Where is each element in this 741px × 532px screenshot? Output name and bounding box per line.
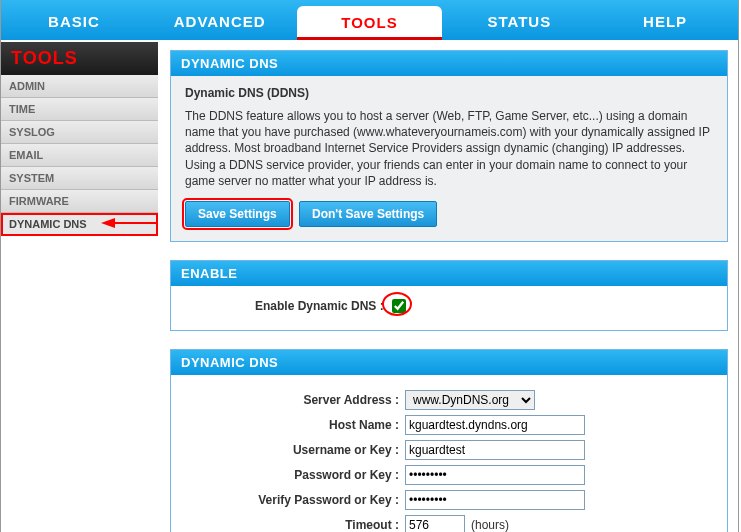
tab-tools[interactable]: TOOLS [297,6,443,40]
panel-intro: DYNAMIC DNS Dynamic DNS (DDNS) The DDNS … [170,50,728,242]
save-settings-button[interactable]: Save Settings [185,201,290,227]
password-label: Password or Key : [185,468,405,482]
intro-description: The DDNS feature allows you to host a se… [185,108,713,189]
password-input[interactable] [405,465,585,485]
panel-heading: DYNAMIC DNS [171,350,727,375]
sidebar-item-time[interactable]: TIME [1,98,158,121]
panel-ddns: DYNAMIC DNS Server Address : www.DynDNS.… [170,349,728,532]
server-address-select[interactable]: www.DynDNS.org [405,390,535,410]
tab-basic[interactable]: BASIC [1,3,147,40]
panel-heading: DYNAMIC DNS [171,51,727,76]
timeout-input[interactable] [405,515,465,532]
svg-marker-1 [101,218,115,228]
dont-save-settings-button[interactable]: Don't Save Settings [299,201,437,227]
verify-password-input[interactable] [405,490,585,510]
sidebar-item-dynamic-dns[interactable]: DYNAMIC DNS [1,213,158,236]
host-name-input[interactable] [405,415,585,435]
sidebar-item-label: DYNAMIC DNS [9,218,87,230]
server-address-label: Server Address : [185,393,405,407]
sidebar: TOOLS ADMIN TIME SYSLOG EMAIL SYSTEM FIR… [1,42,158,236]
tab-status[interactable]: STATUS [446,3,592,40]
tab-advanced[interactable]: ADVANCED [147,3,293,40]
sidebar-item-email[interactable]: EMAIL [1,144,158,167]
top-nav: BASIC ADVANCED TOOLS STATUS HELP [1,0,738,42]
sidebar-item-syslog[interactable]: SYSLOG [1,121,158,144]
host-name-label: Host Name : [185,418,405,432]
panel-enable: ENABLE Enable Dynamic DNS : [170,260,728,331]
annotation-arrow-icon [101,216,156,230]
username-label: Username or Key : [185,443,405,457]
timeout-suffix: (hours) [471,518,509,532]
tab-help[interactable]: HELP [592,3,738,40]
enable-ddns-label: Enable Dynamic DNS : [255,299,384,313]
content: DYNAMIC DNS Dynamic DNS (DDNS) The DDNS … [158,42,738,532]
panel-heading: ENABLE [171,261,727,286]
enable-ddns-checkbox[interactable] [392,299,406,313]
sidebar-item-admin[interactable]: ADMIN [1,75,158,98]
timeout-label: Timeout : [185,518,405,532]
sidebar-title: TOOLS [1,42,158,75]
intro-subhead: Dynamic DNS (DDNS) [185,86,713,100]
sidebar-item-firmware[interactable]: FIRMWARE [1,190,158,213]
username-input[interactable] [405,440,585,460]
verify-password-label: Verify Password or Key : [185,493,405,507]
annotation-oval [388,296,409,316]
sidebar-item-system[interactable]: SYSTEM [1,167,158,190]
